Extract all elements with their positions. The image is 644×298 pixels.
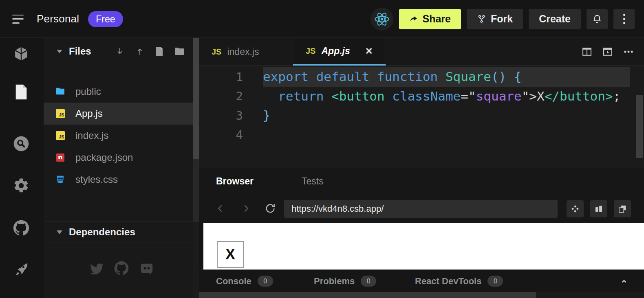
tab-tests[interactable]: Tests xyxy=(302,176,324,187)
open-in-new-window-icon[interactable] xyxy=(614,200,631,217)
js-file-glyph: JS xyxy=(306,46,315,56)
code-line: 4 xyxy=(199,125,644,145)
file-row-indexjs[interactable]: JS index.js xyxy=(44,125,193,147)
console-tab[interactable]: Console 0 xyxy=(216,270,273,292)
console-count-badge: 0 xyxy=(258,276,273,287)
share-button[interactable]: Share xyxy=(399,9,461,29)
discord-icon[interactable] xyxy=(139,261,154,276)
plan-badge: Free xyxy=(88,11,123,27)
file-row-public[interactable]: public xyxy=(44,81,193,103)
chevron-down-icon xyxy=(57,50,62,53)
url-input[interactable] xyxy=(284,200,558,218)
file-row-stylescss[interactable]: styles.css xyxy=(44,169,193,191)
scrollbar-thumb[interactable] xyxy=(193,38,199,159)
share-arrow-icon xyxy=(409,15,418,24)
settings-gear-icon[interactable] xyxy=(12,177,30,195)
responsive-mode-icon[interactable] xyxy=(590,200,607,217)
problems-tab[interactable]: Problems 0 xyxy=(314,270,376,292)
problems-count-badge: 0 xyxy=(361,276,376,287)
editor-more-options-icon[interactable] xyxy=(623,46,634,57)
devtools-count-badge: 0 xyxy=(487,276,503,287)
codesandbox-app: Personal Free Share Fork Create xyxy=(0,0,644,298)
javascript-file-icon: JS xyxy=(56,131,65,140)
square-button[interactable]: X xyxy=(217,241,244,268)
twitter-icon[interactable] xyxy=(89,261,104,276)
fork-button[interactable]: Fork xyxy=(467,9,523,29)
preview-panel: Browser Tests X Console 0 Problems 0 xyxy=(199,168,644,298)
expand-devtools-chevron-icon[interactable] xyxy=(619,276,629,286)
social-links xyxy=(44,261,193,276)
preview-window-icon[interactable] xyxy=(602,46,613,57)
code-line: 3} xyxy=(199,106,644,125)
browser-preview: X xyxy=(199,223,644,270)
js-file-glyph: JS xyxy=(212,47,221,57)
hamburger-menu-icon[interactable] xyxy=(12,15,24,24)
new-file-icon[interactable] xyxy=(155,46,163,56)
download-icon[interactable] xyxy=(115,46,124,56)
folder-icon xyxy=(56,87,65,96)
github-icon[interactable] xyxy=(12,219,30,237)
preview-tabs: Browser Tests xyxy=(199,168,644,195)
npm-package-icon xyxy=(56,153,65,162)
notifications-bell-button[interactable] xyxy=(587,9,608,29)
fork-icon xyxy=(477,14,486,24)
top-header: Personal Free Share Fork Create xyxy=(0,0,644,38)
activity-rail xyxy=(0,38,44,298)
editor-vertical-scrollbar[interactable] xyxy=(636,95,643,158)
browser-toolbar xyxy=(199,195,644,223)
css-file-icon xyxy=(56,175,65,184)
files-section-header[interactable]: Files xyxy=(44,38,193,65)
kebab-icon xyxy=(623,14,625,24)
code-line: 1export default function Square() { xyxy=(199,67,644,87)
react-logo-icon xyxy=(371,8,393,31)
workspace-name: Personal xyxy=(37,13,79,25)
github-icon[interactable] xyxy=(114,261,129,276)
search-icon[interactable] xyxy=(12,135,30,153)
bell-icon xyxy=(592,14,602,24)
chevron-down-icon xyxy=(57,230,62,234)
split-view-icon[interactable] xyxy=(581,46,593,57)
file-row-packagejson[interactable]: package.json xyxy=(44,147,193,169)
tab-browser[interactable]: Browser xyxy=(216,176,254,187)
code-lines: 1export default function Square() {2 ret… xyxy=(199,67,644,145)
code-area[interactable]: 1export default function Square() {2 ret… xyxy=(199,66,644,168)
more-options-kebab-button[interactable] xyxy=(613,9,635,29)
tab-appjs[interactable]: JS App.js × xyxy=(293,38,386,66)
javascript-file-icon: JS xyxy=(56,109,65,118)
scrollbar-thumb[interactable] xyxy=(199,292,536,298)
editor-tabbar: JS index.js JS App.js × xyxy=(199,38,644,66)
box-icon[interactable] xyxy=(12,45,30,63)
files-panel-scrollbar[interactable] xyxy=(193,38,199,298)
preview-actions-icon[interactable] xyxy=(567,200,584,217)
code-line: 2 return <button className="square">X</b… xyxy=(199,87,644,106)
rendered-app: X xyxy=(203,223,644,270)
refresh-icon[interactable] xyxy=(264,202,276,215)
file-explorer-icon[interactable] xyxy=(12,83,30,101)
react-devtools-tab[interactable]: React DevTools 0 xyxy=(415,270,503,292)
code-editor: JS index.js JS App.js × 1export default … xyxy=(199,38,644,168)
back-icon[interactable] xyxy=(215,202,226,215)
devtools-bar: Console 0 Problems 0 React DevTools 0 xyxy=(199,270,644,292)
new-folder-icon[interactable] xyxy=(174,47,184,56)
dependencies-section-header[interactable]: Dependencies xyxy=(44,221,193,243)
files-title: Files xyxy=(69,46,91,57)
file-row-appjs[interactable]: JS App.js xyxy=(44,103,193,125)
upload-icon[interactable] xyxy=(135,46,144,56)
files-sidebar: Files public JS App.js JS index.js packa… xyxy=(44,38,193,298)
create-button[interactable]: Create xyxy=(529,9,581,29)
close-tab-icon[interactable]: × xyxy=(366,45,373,57)
preview-horizontal-scrollbar[interactable] xyxy=(199,292,644,298)
rocket-deploy-icon[interactable] xyxy=(12,260,30,278)
forward-icon[interactable] xyxy=(240,202,251,215)
tab-indexjs[interactable]: JS index.js xyxy=(199,38,293,66)
